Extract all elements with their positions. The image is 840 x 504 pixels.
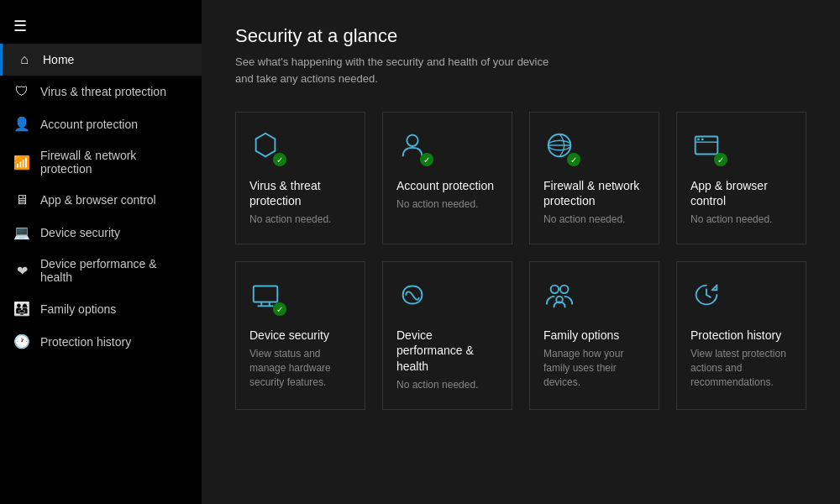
card-title: App & browser control (690, 178, 792, 208)
card-icon-wrap (543, 279, 580, 316)
card-icon-wrap: ✓ (249, 279, 286, 316)
card-icon-wrap: ✓ (249, 129, 286, 166)
sidebar-label-device-security: Device security (40, 226, 120, 239)
card-svg-icon (690, 279, 727, 319)
browser-icon: 🖥 (13, 192, 30, 207)
card-desc: No action needed. (543, 213, 645, 227)
card-desc: No action needed. (396, 378, 498, 392)
sidebar-label-browser: App & browser control (40, 193, 156, 207)
card-icon-wrap (396, 279, 433, 316)
sidebar-nav: ⌂ Home 🛡 Virus & threat protection 👤 Acc… (0, 44, 202, 358)
card-svg-icon (396, 279, 433, 319)
card-title: Virus & threat protection (249, 178, 351, 208)
sidebar-label-virus: Virus & threat protection (40, 85, 166, 98)
sidebar: ☰ ⌂ Home 🛡 Virus & threat protection 👤 A… (0, 0, 202, 504)
sidebar-item-family[interactable]: 👨‍👩‍👧 Family options (0, 292, 202, 325)
card-title: Firewall & network protection (543, 178, 645, 208)
card-title: Protection history (690, 328, 792, 343)
card-title: Device security (249, 328, 351, 343)
svg-point-11 (551, 286, 559, 294)
account-card[interactable]: ✓ Account protection No action needed. (382, 112, 512, 244)
svg-point-12 (560, 286, 569, 294)
check-icon: ✓ (714, 153, 727, 166)
card-icon-wrap: ✓ (396, 129, 433, 166)
family-card[interactable]: Family options Manage how your family us… (529, 261, 659, 409)
sidebar-label-account: Account protection (40, 118, 138, 131)
cards-grid: ✓ Virus & threat protection No action ne… (235, 112, 806, 410)
svg-point-5 (697, 138, 700, 140)
history-icon: 🕐 (13, 333, 30, 349)
hamburger-button[interactable]: ☰ (0, 8, 202, 44)
card-desc: No action needed. (690, 213, 792, 227)
check-icon: ✓ (420, 153, 433, 166)
svg-point-6 (701, 138, 704, 140)
device-security-icon: 💻 (13, 224, 30, 240)
main-content: Security at a glance See what's happenin… (202, 0, 840, 504)
card-title: Family options (543, 328, 645, 343)
card-desc: View latest protection actions and recom… (690, 347, 792, 389)
sidebar-label-history: Protection history (40, 335, 131, 349)
account-icon: 👤 (13, 116, 30, 132)
sidebar-item-account[interactable]: 👤 Account protection (0, 108, 202, 140)
card-desc: Manage how your family uses their device… (543, 347, 645, 389)
check-icon: ✓ (273, 153, 286, 166)
svg-point-0 (407, 135, 417, 146)
firewall-icon: 📶 (13, 155, 30, 171)
performance-card[interactable]: Device performance & health No action ne… (382, 261, 512, 409)
history-card[interactable]: Protection history View latest protectio… (676, 261, 806, 409)
family-icon: 👨‍👩‍👧 (13, 301, 30, 317)
card-title: Account protection (396, 178, 498, 193)
card-desc: No action needed. (396, 197, 498, 212)
sidebar-label-family: Family options (40, 302, 116, 316)
card-icon-wrap: ✓ (690, 129, 727, 166)
sidebar-item-virus[interactable]: 🛡 Virus & threat protection (0, 76, 202, 108)
sidebar-item-history[interactable]: 🕐 Protection history (0, 325, 202, 358)
device-security-card[interactable]: ✓ Device security View status and manage… (235, 261, 365, 409)
sidebar-item-firewall[interactable]: 📶 Firewall & network protection (0, 140, 202, 184)
page-title: Security at a glance (235, 25, 806, 47)
performance-icon: ❤ (13, 263, 30, 279)
sidebar-label-firewall: Firewall & network protection (40, 149, 188, 176)
sidebar-item-performance[interactable]: ❤ Device performance & health (0, 249, 202, 292)
card-title: Device performance & health (396, 328, 498, 374)
card-desc: No action needed. (249, 213, 351, 227)
virus-icon: 🛡 (13, 84, 30, 99)
svg-rect-7 (254, 286, 278, 302)
sidebar-label-home: Home (43, 53, 74, 66)
sidebar-item-device-security[interactable]: 💻 Device security (0, 216, 202, 249)
sidebar-label-performance: Device performance & health (40, 257, 188, 284)
card-desc: View status and manage hardware security… (249, 347, 351, 389)
page-subtitle: See what's happening with the security a… (235, 54, 806, 87)
card-svg-icon (543, 279, 580, 319)
check-icon: ✓ (567, 153, 580, 166)
home-icon: ⌂ (16, 52, 33, 67)
card-icon-wrap: ✓ (543, 129, 580, 166)
card-icon-wrap (690, 279, 727, 316)
browser-card[interactable]: ✓ App & browser control No action needed… (676, 112, 806, 244)
virus-card[interactable]: ✓ Virus & threat protection No action ne… (235, 112, 365, 244)
sidebar-item-home[interactable]: ⌂ Home (0, 44, 202, 76)
firewall-card[interactable]: ✓ Firewall & network protection No actio… (529, 112, 659, 244)
sidebar-item-browser[interactable]: 🖥 App & browser control (0, 184, 202, 216)
